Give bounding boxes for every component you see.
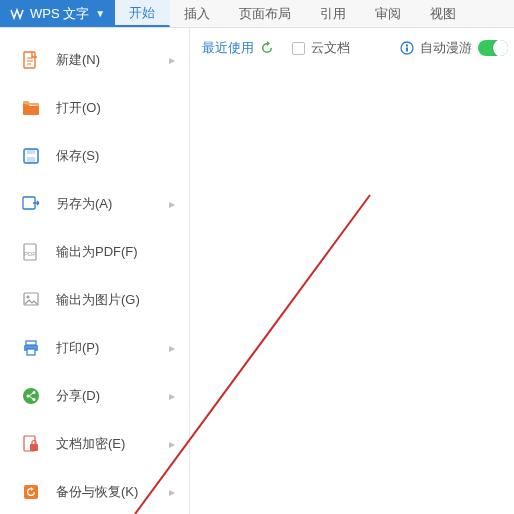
menu-share[interactable]: 分享(D) ▸ bbox=[0, 372, 189, 420]
svg-point-15 bbox=[23, 388, 39, 404]
pdf-file-icon: PDF bbox=[20, 241, 42, 263]
refresh-icon[interactable] bbox=[260, 41, 274, 55]
tab-insert[interactable]: 插入 bbox=[170, 0, 225, 27]
tab-view[interactable]: 视图 bbox=[416, 0, 471, 27]
recent-used-label: 最近使用 bbox=[202, 39, 254, 57]
save-icon bbox=[20, 145, 42, 167]
cloud-doc-label: 云文档 bbox=[311, 39, 350, 57]
auto-roam-section: 自动漫游 bbox=[400, 39, 514, 57]
content-header: 最近使用 云文档 自动漫游 bbox=[196, 28, 514, 68]
menu-label: 分享(D) bbox=[56, 387, 169, 405]
menu-new[interactable]: 新建(N) ▸ bbox=[0, 36, 189, 84]
menu-label: 备份与恢复(K) bbox=[56, 483, 169, 501]
menu-label: 输出为图片(G) bbox=[56, 291, 175, 309]
chevron-right-icon: ▸ bbox=[169, 53, 175, 67]
svg-rect-6 bbox=[27, 157, 35, 163]
chevron-right-icon: ▸ bbox=[169, 197, 175, 211]
tab-label: 审阅 bbox=[375, 5, 401, 23]
image-file-icon bbox=[20, 289, 42, 311]
chevron-right-icon: ▸ bbox=[169, 485, 175, 499]
menu-print[interactable]: 打印(P) ▸ bbox=[0, 324, 189, 372]
app-label-text: WPS 文字 bbox=[30, 5, 89, 23]
menu-export-image[interactable]: 输出为图片(G) bbox=[0, 276, 189, 324]
chevron-right-icon: ▸ bbox=[169, 389, 175, 403]
menu-label: 新建(N) bbox=[56, 51, 169, 69]
tab-label: 开始 bbox=[129, 4, 155, 22]
folder-open-icon bbox=[20, 97, 42, 119]
cloud-doc-checkbox[interactable]: 云文档 bbox=[292, 39, 350, 57]
menu-label: 输出为PDF(F) bbox=[56, 243, 175, 261]
print-icon bbox=[20, 337, 42, 359]
svg-text:PDF: PDF bbox=[24, 251, 36, 257]
tab-label: 页面布局 bbox=[239, 5, 291, 23]
menu-encrypt[interactable]: 文档加密(E) ▸ bbox=[0, 420, 189, 468]
svg-rect-1 bbox=[406, 45, 408, 47]
menu-export-pdf[interactable]: PDF 输出为PDF(F) bbox=[0, 228, 189, 276]
tab-truncated bbox=[471, 0, 479, 27]
menu-label: 打印(P) bbox=[56, 339, 169, 357]
recent-used-link[interactable]: 最近使用 bbox=[202, 39, 274, 57]
tab-label: 视图 bbox=[430, 5, 456, 23]
file-menu-sidebar: 新建(N) ▸ 打开(O) 保存(S) 另存为(A) ▸ PDF 输出为PDF(… bbox=[0, 28, 190, 514]
menu-save[interactable]: 保存(S) bbox=[0, 132, 189, 180]
lock-file-icon bbox=[20, 433, 42, 455]
svg-rect-20 bbox=[30, 444, 38, 451]
titlebar: WPS 文字 ▼ 开始 插入 页面布局 引用 审阅 视图 bbox=[0, 0, 514, 28]
menu-label: 保存(S) bbox=[56, 147, 175, 165]
auto-roam-label: 自动漫游 bbox=[420, 39, 472, 57]
menu-label: 文档加密(E) bbox=[56, 435, 169, 453]
tab-label: 引用 bbox=[320, 5, 346, 23]
menu-label: 打开(O) bbox=[56, 99, 175, 117]
menu-backup-restore[interactable]: 备份与恢复(K) ▸ bbox=[0, 468, 189, 514]
menu-label: 另存为(A) bbox=[56, 195, 169, 213]
app-menu-button[interactable]: WPS 文字 ▼ bbox=[0, 0, 115, 27]
save-as-icon bbox=[20, 193, 42, 215]
checkbox-icon bbox=[292, 42, 305, 55]
tab-start[interactable]: 开始 bbox=[115, 0, 170, 27]
backup-icon bbox=[20, 481, 42, 503]
svg-rect-5 bbox=[27, 149, 35, 154]
tab-label: 插入 bbox=[184, 5, 210, 23]
svg-rect-2 bbox=[406, 48, 408, 52]
tab-reference[interactable]: 引用 bbox=[306, 0, 361, 27]
chevron-right-icon: ▸ bbox=[169, 437, 175, 451]
new-file-icon bbox=[20, 49, 42, 71]
tab-review[interactable]: 审阅 bbox=[361, 0, 416, 27]
menu-save-as[interactable]: 另存为(A) ▸ bbox=[0, 180, 189, 228]
svg-point-11 bbox=[27, 296, 30, 299]
svg-rect-12 bbox=[26, 341, 36, 345]
tab-page-layout[interactable]: 页面布局 bbox=[225, 0, 306, 27]
caret-down-icon: ▼ bbox=[95, 8, 105, 19]
menu-open[interactable]: 打开(O) bbox=[0, 84, 189, 132]
info-icon[interactable] bbox=[400, 41, 414, 55]
share-icon bbox=[20, 385, 42, 407]
auto-roam-toggle[interactable] bbox=[478, 40, 508, 56]
app-logo-icon bbox=[10, 7, 24, 21]
svg-rect-3 bbox=[24, 52, 35, 68]
chevron-right-icon: ▸ bbox=[169, 341, 175, 355]
svg-rect-14 bbox=[27, 349, 35, 355]
